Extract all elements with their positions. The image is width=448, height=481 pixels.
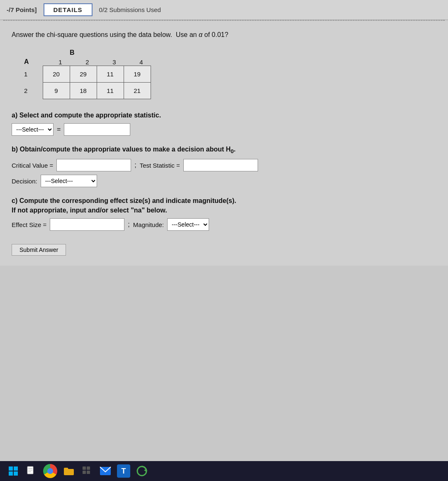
critical-value-input[interactable] [56, 159, 131, 171]
svg-rect-11 [87, 471, 90, 474]
svg-rect-9 [87, 466, 90, 470]
svg-rect-6 [28, 470, 32, 471]
section-c-title: c) Compute the corresponding effect size… [12, 196, 436, 215]
decision-select[interactable]: ---Select--- Reject H₀ Fail to Reject H₀ [41, 175, 97, 187]
section-c-controls: Effect Size = ; Magnitude: ---Select--- … [12, 218, 436, 231]
equals-sign-a: = [57, 126, 61, 133]
test-statistic-input[interactable] [183, 159, 258, 171]
svg-rect-8 [83, 466, 86, 470]
main-content: Answer the chi-square questions using th… [0, 21, 448, 266]
section-b-controls-row1: Critical Value = ; Test Statistic = [12, 159, 436, 171]
cell-1-3: 11 [97, 66, 124, 83]
data-table-wrapper: B A 1 2 3 4 1 20 29 11 19 2 9 18 [24, 49, 436, 99]
section-c-bold: c) [12, 197, 17, 204]
t-icon[interactable]: T [117, 464, 130, 478]
col-headers-row: A 1 2 3 4 [24, 58, 436, 66]
b-header: B [70, 49, 436, 56]
col-header-1: 1 [47, 59, 74, 66]
row-label-1: 1 [24, 66, 43, 83]
top-bar: -/7 Points] DETAILS 0/2 Submissions Used [0, 0, 448, 20]
col-header-2: 2 [74, 59, 101, 66]
cell-2-2: 18 [70, 83, 97, 99]
section-b-controls-row2: Decision: ---Select--- Reject H₀ Fail to… [12, 175, 436, 187]
table-row: 1 20 29 11 19 [24, 66, 151, 83]
col-header-4: 4 [128, 59, 155, 66]
critical-value-label: Critical Value = [12, 162, 53, 169]
effect-size-label: Effect Size = [12, 221, 46, 228]
cell-1-1: 20 [43, 66, 70, 83]
file-icon[interactable] [25, 464, 38, 478]
test-statistic-label: Test Statistic = [140, 162, 180, 169]
col-header-3: 3 [101, 59, 128, 66]
section-c-subtitle: If not appropriate, input and/or select … [12, 207, 167, 214]
section-a-controls: ---Select--- z t χ² F = [12, 123, 436, 136]
submit-button[interactable]: Submit Answer [12, 244, 66, 256]
svg-rect-0 [9, 466, 13, 471]
section-a: a) Select and compute the appropriate st… [12, 111, 436, 136]
question-intro: Answer the chi-square questions using th… [12, 30, 436, 40]
folder-icon[interactable] [62, 464, 75, 478]
svg-rect-2 [9, 471, 13, 476]
data-table: 1 20 29 11 19 2 9 18 11 21 [24, 66, 151, 99]
taskbar: T [0, 461, 448, 481]
windows-icon[interactable] [7, 464, 20, 478]
section-b-title: b) Obtain/compute the appropriate values… [12, 145, 436, 156]
statistic-input[interactable] [64, 123, 130, 136]
corner-label: A [24, 58, 47, 66]
svg-marker-14 [144, 469, 146, 472]
svg-rect-7 [28, 471, 31, 472]
section-b: b) Obtain/compute the appropriate values… [12, 145, 436, 187]
details-button[interactable]: DETAILS [44, 3, 93, 16]
cell-1-4: 19 [124, 66, 151, 83]
semicolon-b: ; [134, 161, 136, 169]
magnitude-select[interactable]: ---Select--- small medium large na [167, 218, 209, 231]
submissions-label: 0/2 Submissions Used [99, 6, 161, 13]
mail-icon[interactable] [99, 464, 112, 478]
decision-label: Decision: [12, 178, 37, 185]
cell-1-2: 29 [70, 66, 97, 83]
svg-rect-3 [14, 471, 18, 476]
statistic-select[interactable]: ---Select--- z t χ² F [12, 123, 54, 136]
section-a-title: a) Select and compute the appropriate st… [12, 111, 436, 120]
cell-2-1: 9 [43, 83, 70, 99]
cell-2-3: 11 [97, 83, 124, 99]
semicolon-c: ; [128, 221, 129, 228]
refresh-icon[interactable] [135, 464, 149, 478]
points-label: -/7 Points] [7, 6, 37, 13]
apps-icon[interactable] [80, 464, 94, 478]
chrome-icon[interactable] [43, 464, 57, 478]
svg-rect-10 [83, 471, 86, 474]
row-label-2: 2 [24, 83, 43, 99]
section-b-bold: b) [12, 146, 18, 153]
table-row: 2 9 18 11 21 [24, 83, 151, 99]
section-a-bold: a) [12, 112, 17, 119]
svg-rect-5 [28, 468, 32, 469]
svg-rect-1 [14, 466, 18, 471]
magnitude-label: Magnitude: [133, 221, 164, 228]
section-c: c) Compute the corresponding effect size… [12, 196, 436, 231]
cell-2-4: 21 [124, 83, 151, 99]
effect-size-input[interactable] [50, 218, 124, 231]
